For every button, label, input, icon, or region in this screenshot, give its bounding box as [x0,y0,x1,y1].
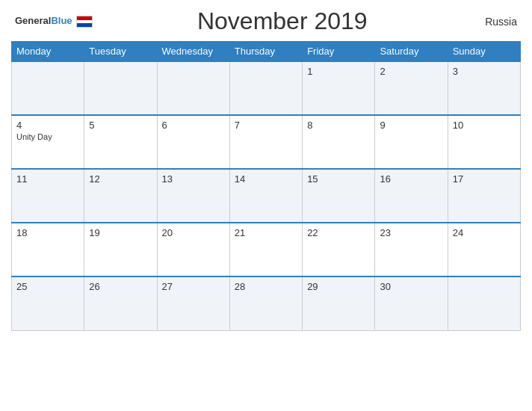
header-wednesday: Wednesday [157,42,229,62]
calendar-cell: 10 [448,115,520,169]
calendar-body: 1234Unity Day567891011121314151617181920… [12,61,521,330]
calendar-cell: 1 [303,61,375,115]
calendar-header: GeneralBlue November 2019 Russia [11,7,521,35]
day-number: 8 [307,120,370,131]
calendar-cell: 30 [375,276,448,330]
day-number: 1 [307,66,370,77]
calendar-cell: 29 [303,276,375,330]
day-number: 23 [380,227,442,238]
calendar-cell: 9 [375,115,448,169]
calendar-cell: 7 [229,115,302,169]
day-number: 25 [16,281,79,292]
calendar-week-2: 4Unity Day5678910 [12,115,521,169]
header-saturday: Saturday [375,42,448,62]
day-number: 21 [235,227,297,238]
day-number: 26 [89,281,152,292]
day-number: 18 [16,227,79,238]
logo-flag-icon [76,16,93,28]
header-thursday: Thursday [229,42,302,62]
calendar-cell: 21 [229,223,302,276]
day-number: 6 [162,120,225,131]
day-number: 9 [380,120,442,131]
calendar-cell: 2 [375,61,448,115]
header-friday: Friday [303,42,375,62]
day-number: 7 [235,120,297,131]
logo: GeneralBlue [15,16,93,28]
calendar-cell: 15 [303,169,375,223]
calendar-cell: 12 [84,169,157,223]
calendar-week-4: 18192021222324 [12,223,521,276]
day-number: 15 [307,173,370,185]
calendar-cell: 28 [229,276,302,330]
day-number: 11 [16,173,79,185]
calendar-cell: 24 [448,223,520,276]
calendar-week-3: 11121314151617 [12,169,521,223]
calendar-cell: 25 [12,276,84,330]
calendar-cell: 20 [157,223,229,276]
logo-text: GeneralBlue [15,16,72,26]
calendar-cell: 11 [12,169,84,223]
calendar-cell [84,61,157,115]
header-tuesday: Tuesday [84,42,157,62]
calendar-cell: 22 [303,223,375,276]
logo-general-text: General [15,15,51,26]
calendar-cell: 17 [448,169,520,223]
day-number: 2 [380,66,442,77]
day-number: 24 [453,227,516,238]
day-number: 5 [89,120,152,131]
country-label: Russia [472,16,517,28]
calendar-cell: 27 [157,276,229,330]
calendar-cell: 23 [375,223,448,276]
day-number: 30 [380,281,442,292]
logo-general: GeneralBlue [15,16,72,26]
month-title: November 2019 [93,7,472,35]
calendar-cell: 19 [84,223,157,276]
calendar-cell: 26 [84,276,157,330]
calendar-cell [157,61,229,115]
day-number: 10 [453,120,516,131]
day-number: 27 [162,281,225,292]
calendar-week-1: 123 [12,61,521,115]
calendar-week-5: 252627282930 [12,276,521,330]
calendar-cell: 3 [448,61,520,115]
calendar-cell: 13 [157,169,229,223]
calendar-table: Monday Tuesday Wednesday Thursday Friday… [11,41,521,331]
calendar-cell: 16 [375,169,448,223]
calendar-cell: 5 [84,115,157,169]
weekday-header-row: Monday Tuesday Wednesday Thursday Friday… [12,42,521,62]
day-number: 3 [453,66,516,77]
day-number: 13 [162,173,225,185]
calendar-cell: 18 [12,223,84,276]
calendar-cell: 8 [303,115,375,169]
day-number: 14 [235,173,297,185]
header-monday: Monday [12,42,84,62]
day-number: 16 [380,173,442,185]
calendar-cell [448,276,520,330]
day-number: 4 [16,120,79,131]
calendar-cell: 14 [229,169,302,223]
header-sunday: Sunday [448,42,520,62]
day-number: 20 [162,227,225,238]
logo-blue-text: Blue [51,15,72,26]
calendar-container: GeneralBlue November 2019 Russia Monday … [0,0,532,411]
day-number: 17 [453,173,516,185]
day-number: 22 [307,227,370,238]
calendar-cell: 6 [157,115,229,169]
day-number: 29 [307,281,370,292]
day-number: 12 [89,173,152,185]
day-event: Unity Day [16,132,52,141]
day-number: 28 [235,281,297,292]
day-number: 19 [89,227,152,238]
calendar-cell [12,61,84,115]
calendar-header-row: Monday Tuesday Wednesday Thursday Friday… [12,42,521,62]
calendar-cell: 4Unity Day [12,115,84,169]
calendar-cell [229,61,302,115]
